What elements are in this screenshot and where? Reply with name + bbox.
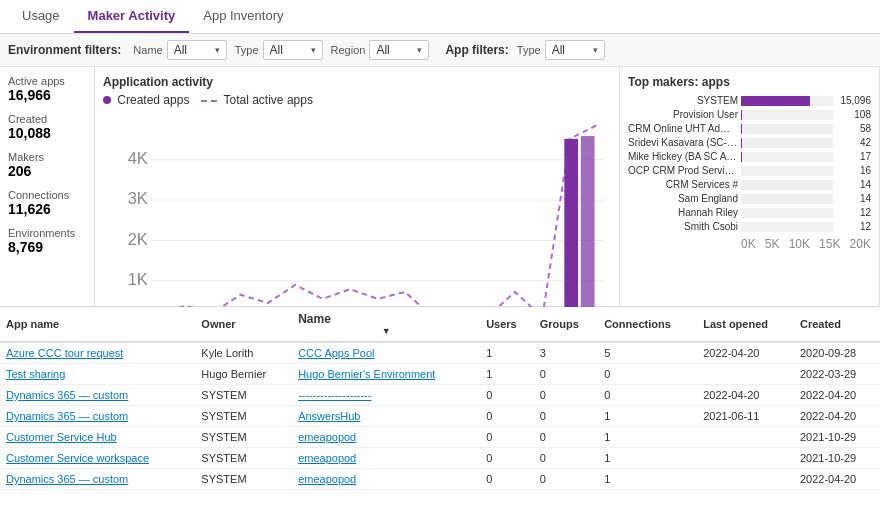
created-cell: 2021-10-29 <box>794 427 880 448</box>
connections-cell: 0 <box>598 385 697 406</box>
maker-name: CRM Online UHT Admin # <box>628 123 738 134</box>
legend-created-apps: Created apps <box>103 93 189 107</box>
stat-created-value: 10,088 <box>8 125 86 141</box>
connections-cell: 5 <box>598 342 697 364</box>
maker-value: 42 <box>836 137 871 148</box>
owner-cell: SYSTEM <box>195 469 292 490</box>
created-cell: 2022-04-20 <box>794 469 880 490</box>
maker-row: SYSTEM 15,096 <box>628 95 871 106</box>
stat-created-label: Created <box>8 113 86 125</box>
maker-name: SYSTEM <box>628 95 738 106</box>
maker-name: Mike Hickey (BA SC ALT) <box>628 151 738 162</box>
table-row: Test sharing Hugo Bernier Hugo Bernier's… <box>0 364 880 385</box>
users-cell: 0 <box>480 469 534 490</box>
app-filter-label: App filters: <box>445 43 508 57</box>
name-cell[interactable]: emeapopod <box>292 469 480 490</box>
type-filter-select[interactable]: All ▾ <box>263 40 323 60</box>
stat-active-apps-label: Active apps <box>8 75 86 87</box>
owner-cell: Hugo Bernier <box>195 364 292 385</box>
groups-cell: 3 <box>534 342 598 364</box>
table-section[interactable]: App name Owner Name ▼ Users Groups Conne… <box>0 307 880 520</box>
name-cell[interactable]: Hugo Bernier's Environment <box>292 364 480 385</box>
name-filter-label: Name <box>133 44 162 56</box>
stat-makers: Makers 206 <box>8 151 86 179</box>
tab-maker-activity[interactable]: Maker Activity <box>74 0 190 33</box>
maker-row: CRM Online UHT Admin # 58 <box>628 123 871 134</box>
app-name-cell[interactable]: Customer Service Hub <box>0 427 195 448</box>
maker-value: 108 <box>836 109 871 120</box>
chart-container: 0K 1K 2K 3K 4K <box>103 111 611 334</box>
groups-cell: 0 <box>534 469 598 490</box>
groups-cell: 0 <box>534 427 598 448</box>
last-opened-cell <box>697 448 794 469</box>
maker-row: Hannah Riley 12 <box>628 207 871 218</box>
app-filters-group: App filters: Type All ▾ <box>445 40 604 60</box>
maker-row: OCP CRM Prod Service A... 16 <box>628 165 871 176</box>
maker-bar-container <box>741 208 833 218</box>
name-filter-select[interactable]: All ▾ <box>167 40 227 60</box>
col-groups: Groups <box>534 307 598 342</box>
sort-icon[interactable]: ▼ <box>298 326 474 336</box>
app-name-cell[interactable]: Test sharing <box>0 364 195 385</box>
env-filter-label: Environment filters: <box>8 43 121 57</box>
svg-text:2K: 2K <box>128 230 148 249</box>
owner-cell: SYSTEM <box>195 385 292 406</box>
col-last-opened: Last opened <box>697 307 794 342</box>
apps-table: App name Owner Name ▼ Users Groups Conne… <box>0 307 880 490</box>
maker-value: 15,096 <box>836 95 871 106</box>
last-opened-cell <box>697 364 794 385</box>
col-connections: Connections <box>598 307 697 342</box>
name-cell[interactable]: CCC Apps Pool <box>292 342 480 364</box>
owner-cell: SYSTEM <box>195 448 292 469</box>
top-makers-panel: Top makers: apps SYSTEM 15,096 Provision… <box>620 67 880 306</box>
users-cell: 0 <box>480 385 534 406</box>
stat-active-apps: Active apps 16,966 <box>8 75 86 103</box>
connections-cell: 1 <box>598 448 697 469</box>
maker-name: CRM Services # <box>628 179 738 190</box>
col-name: Name ▼ <box>292 307 480 342</box>
users-cell: 1 <box>480 364 534 385</box>
maker-bar-container <box>741 194 833 204</box>
table-row: Customer Service workspace SYSTEM emeapo… <box>0 448 880 469</box>
maker-name: Sridevi Kasavara (SC-ALT) <box>628 137 738 148</box>
app-name-cell[interactable]: Dynamics 365 — custom <box>0 469 195 490</box>
maker-row: CRM Services # 14 <box>628 179 871 190</box>
maker-bar-container <box>741 138 833 148</box>
name-cell[interactable]: AnswersHub <box>292 406 480 427</box>
tab-app-inventory[interactable]: App Inventory <box>189 0 297 33</box>
app-name-cell[interactable]: Azure CCC tour request <box>0 342 195 364</box>
name-cell[interactable]: -------------------- <box>292 385 480 406</box>
region-filter-select[interactable]: All ▾ <box>369 40 429 60</box>
main-layout: Usage Maker Activity App Inventory Envir… <box>0 0 880 520</box>
tab-usage[interactable]: Usage <box>8 0 74 33</box>
app-type-filter-select[interactable]: All ▾ <box>545 40 605 60</box>
col-app-name: App name <box>0 307 195 342</box>
app-name-cell[interactable]: Dynamics 365 — custom <box>0 385 195 406</box>
region-filter-group: Region All ▾ <box>331 40 430 60</box>
table-body: Azure CCC tour request Kyle Lorith CCC A… <box>0 342 880 490</box>
connections-cell: 0 <box>598 364 697 385</box>
name-cell[interactable]: emeapopod <box>292 427 480 448</box>
table-row: Dynamics 365 — custom SYSTEM emeapopod 0… <box>0 469 880 490</box>
maker-row: Sridevi Kasavara (SC-ALT) 42 <box>628 137 871 148</box>
last-opened-cell: 2022-04-20 <box>697 342 794 364</box>
axis-0k: 0K <box>741 237 756 251</box>
maker-bar-container <box>741 110 833 120</box>
makers-list: SYSTEM 15,096 Provision User 108 CRM Onl… <box>628 95 871 235</box>
users-cell: 0 <box>480 427 534 448</box>
maker-row: Provision User 108 <box>628 109 871 120</box>
region-filter-value: All <box>376 43 389 57</box>
filter-bar: Environment filters: Name All ▾ Type All… <box>0 34 880 67</box>
app-name-cell[interactable]: Dynamics 365 — custom <box>0 406 195 427</box>
stat-environments-label: Environments <box>8 227 86 239</box>
name-cell[interactable]: emeapopod <box>292 448 480 469</box>
maker-bar <box>741 96 810 106</box>
axis-10k: 10K <box>789 237 810 251</box>
region-filter-label: Region <box>331 44 366 56</box>
maker-value: 58 <box>836 123 871 134</box>
svg-text:3K: 3K <box>128 189 148 208</box>
app-type-filter-chevron: ▾ <box>593 45 598 55</box>
svg-rect-11 <box>581 136 595 322</box>
app-name-cell[interactable]: Customer Service workspace <box>0 448 195 469</box>
axis-20k: 20K <box>850 237 871 251</box>
